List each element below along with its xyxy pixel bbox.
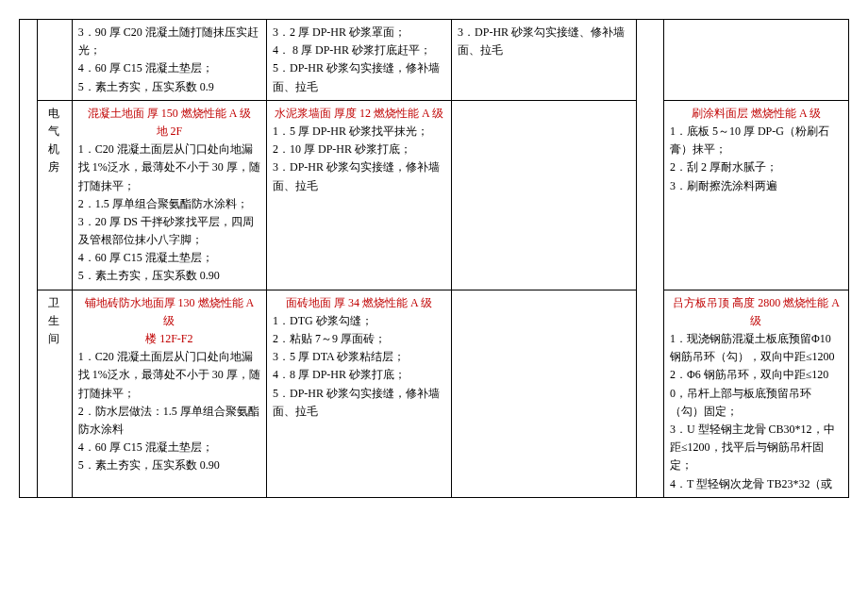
leading-col xyxy=(20,20,38,498)
cell-item: 1．5 厚 DP-HR 砂浆找平抹光； xyxy=(273,123,445,141)
cell-item: 3．DP-HR 砂浆勾实接缝，修补墙面、拉毛 xyxy=(273,158,445,194)
cell-item: 5．DP-HR 砂浆勾实接缝，修补墙面、拉毛 xyxy=(273,385,445,421)
spec-table: 3．90 厚 C20 混凝土随打随抹压实赶光；4．60 厚 C15 混凝土垫层；… xyxy=(19,19,849,498)
col-ceiling xyxy=(663,20,848,101)
cell-item: 5．素土夯实，压实系数 0.9 xyxy=(78,78,260,96)
cell-item: 1．底板 5～10 厚 DP-G（粉刷石膏）抹平； xyxy=(670,123,843,158)
cell-item: 5．素土夯实，压实系数 0.90 xyxy=(78,456,260,474)
cell-item: 4．60 厚 C15 混凝土垫层； xyxy=(78,439,260,456)
cell-title: 铺地砖防水地面厚 130 燃烧性能 A 级 xyxy=(78,294,260,330)
col-ceiling: 吕方板吊顶 高度 2800 燃烧性能 A 级1．现浇钢筋混凝土板底预留Φ10 钢… xyxy=(663,290,848,497)
table-row: 卫生间铺地砖防水地面厚 130 燃烧性能 A 级楼 12F-F21．C20 混凝… xyxy=(20,290,849,497)
cell-item: 4． 8 厚 DP-HR 砂浆打底赶平； xyxy=(273,41,445,59)
cell-item: 3．刷耐擦洗涂料两遍 xyxy=(670,177,843,195)
cell-title: 水泥浆墙面 厚度 12 燃烧性能 A 级 xyxy=(273,105,445,123)
cell-item: 4．8 厚 DP-HR 砂浆打底； xyxy=(273,366,445,384)
cell-item: 2．1.5 厚单组合聚氨酯防水涂料； xyxy=(78,195,260,213)
cell-title: 吕方板吊顶 高度 2800 燃烧性能 A 级 xyxy=(670,294,843,330)
cell-subtitle: 楼 12F-F2 xyxy=(78,330,260,348)
table-row: 3．90 厚 C20 混凝土随打随抹压实赶光；4．60 厚 C15 混凝土垫层；… xyxy=(20,20,849,101)
col-wall: 水泥浆墙面 厚度 12 燃烧性能 A 级1．5 厚 DP-HR 砂浆找平抹光；2… xyxy=(267,100,452,290)
col-wall: 面砖地面 厚 34 燃烧性能 A 级1．DTG 砂浆勾缝；2．粘贴 7～9 厚面… xyxy=(267,290,452,497)
cell-title: 混凝土地面 厚 150 燃烧性能 A 级 xyxy=(78,105,260,123)
col-wall: 3．2 厚 DP-HR 砂浆罩面；4． 8 厚 DP-HR 砂浆打底赶平；5．D… xyxy=(267,20,452,101)
table-row: 电气机房混凝土地面 厚 150 燃烧性能 A 级地 2F1．C20 混凝土面层从… xyxy=(20,100,849,290)
cell-item: 2．粘贴 7～9 厚面砖； xyxy=(273,330,445,348)
row-label: 电气机房 xyxy=(37,100,72,290)
cell-item: 1．现浇钢筋混凝土板底预留Φ10 钢筋吊环（勾），双向中距≤1200 xyxy=(670,330,843,366)
cell-item: 3．U 型轻钢主龙骨 CB30*12，中距≤1200，找平后与钢筋吊杆固定； xyxy=(670,421,843,475)
col-floor: 3．90 厚 C20 混凝土随打随抹压实赶光；4．60 厚 C15 混凝土垫层；… xyxy=(72,20,266,101)
cell-item: 5．DP-HR 砂浆勾实接缝，修补墙面、拉毛 xyxy=(273,59,445,95)
cell-title: 面砖地面 厚 34 燃烧性能 A 级 xyxy=(273,294,445,312)
cell-subtitle: 地 2F xyxy=(78,123,260,141)
cell-item: 4．60 厚 C15 混凝土垫层； xyxy=(78,249,260,267)
cell-item: 3．DP-HR 砂浆勾实接缝、修补墙面、拉毛 xyxy=(458,24,630,59)
row-label: 卫生间 xyxy=(37,290,72,497)
cell-item: 3．90 厚 C20 混凝土随打随抹压实赶光； xyxy=(78,24,260,59)
cell-item: 2．防水层做法：1.5 厚单组合聚氨酯防水涂料 xyxy=(78,403,260,439)
cell-item: 2．刮 2 厚耐水腻子； xyxy=(670,158,843,176)
col-floor: 混凝土地面 厚 150 燃烧性能 A 级地 2F1．C20 混凝土面层从门口处向… xyxy=(72,100,266,290)
cell-item: 2．Φ6 钢筋吊环，双向中距≤1200，吊杆上部与板底预留吊环（勾）固定； xyxy=(670,366,843,421)
row-label xyxy=(37,20,72,101)
cell-item: 1．C20 混凝土面层从门口处向地漏找 1%泛水，最薄处不小于 30 厚，随打随… xyxy=(78,348,260,403)
col-ceiling: 刷涂料面层 燃烧性能 A 级1．底板 5～10 厚 DP-G（粉刷石膏）抹平；2… xyxy=(663,100,848,290)
col-floor: 铺地砖防水地面厚 130 燃烧性能 A 级楼 12F-F21．C20 混凝土面层… xyxy=(72,290,266,497)
cell-item: 3．5 厚 DTA 砂浆粘结层； xyxy=(273,348,445,366)
col-extra xyxy=(452,290,637,497)
cell-item: 4．T 型轻钢次龙骨 TB23*32（或 xyxy=(670,475,843,493)
cell-item: 1．C20 混凝土面层从门口处向地漏找 1%泛水，最薄处不小于 30 厚，随打随… xyxy=(78,141,260,195)
cell-item: 3．20 厚 DS 干拌砂浆找平层，四周及管根部位抹小八字脚； xyxy=(78,213,260,249)
cell-item: 1．DTG 砂浆勾缝； xyxy=(273,312,445,330)
col-extra: 3．DP-HR 砂浆勾实接缝、修补墙面、拉毛 xyxy=(452,20,637,101)
cell-item: 2．10 厚 DP-HR 砂浆打底； xyxy=(273,141,445,158)
cell-item: 4．60 厚 C15 混凝土垫层； xyxy=(78,59,260,77)
cell-item: 3．2 厚 DP-HR 砂浆罩面； xyxy=(273,24,445,41)
cell-item: 5．素土夯实，压实系数 0.90 xyxy=(78,267,260,285)
cell-title: 刷涂料面层 燃烧性能 A 级 xyxy=(670,105,843,123)
spacer-col xyxy=(637,20,664,498)
col-extra xyxy=(452,100,637,290)
